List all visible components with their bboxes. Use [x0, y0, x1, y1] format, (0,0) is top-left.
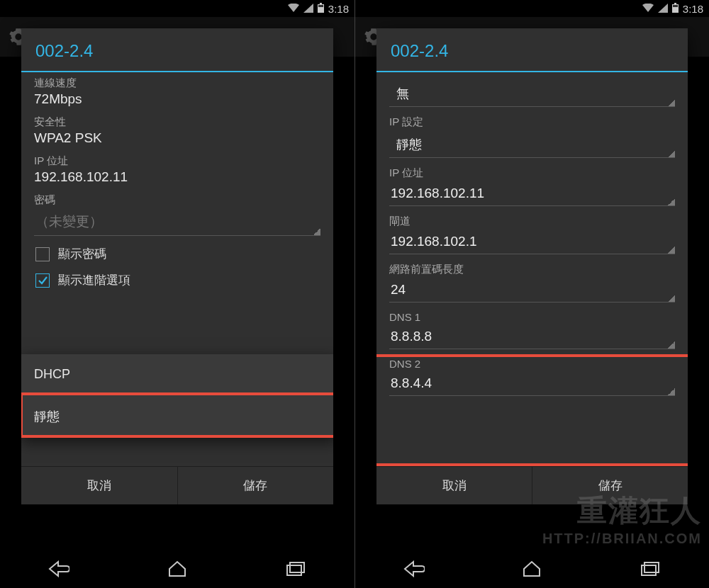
dns1-value: 8.8.8.8 — [391, 329, 432, 344]
highlight-box-dns — [376, 354, 688, 466]
ip-address-label: IP 位址 — [34, 154, 320, 168]
proxy-value: 無 — [396, 86, 409, 101]
ip-address-input[interactable]: 192.168.102.11 — [389, 183, 675, 206]
password-placeholder: （未變更） — [35, 214, 103, 229]
ip-settings-dropdown-popup: DHCP 靜態 — [21, 354, 333, 438]
prefix-length-value: 24 — [391, 282, 406, 297]
prefix-length-input[interactable]: 24 — [389, 279, 675, 303]
wifi-network-dialog: 002-2.4 無 IP 設定 靜態 IP 位址 192.168.102.11 … — [376, 28, 688, 504]
dns1-input[interactable]: 8.8.8.8 — [389, 326, 675, 349]
ip-settings-value: 靜態 — [396, 137, 422, 152]
nav-home-button[interactable] — [149, 555, 206, 583]
password-label: 密碼 — [34, 193, 320, 207]
proxy-dropdown[interactable]: 無 — [389, 81, 675, 107]
battery-icon — [318, 3, 324, 15]
svg-rect-2 — [318, 5, 323, 7]
ip-address-value: 192.168.102.11 — [34, 169, 320, 185]
wifi-icon — [642, 3, 654, 15]
gateway-label: 閘道 — [389, 215, 675, 228]
nav-back-button[interactable] — [30, 555, 87, 583]
nav-back-button[interactable] — [386, 555, 442, 583]
link-speed-label: 連線速度 — [34, 77, 320, 90]
security-value: WPA2 PSK — [34, 130, 320, 146]
status-bar: 3:18 — [355, 0, 709, 17]
dns2-value: 8.8.4.4 — [391, 375, 432, 390]
dropdown-option-dhcp[interactable]: DHCP — [21, 354, 333, 395]
svg-rect-6 — [674, 3, 676, 4]
svg-rect-1 — [320, 3, 322, 4]
nav-recent-button[interactable] — [267, 555, 324, 583]
checkbox-checked-icon — [35, 273, 50, 288]
dns2-input[interactable]: 8.8.4.4 — [389, 373, 675, 396]
prefix-length-label: 網路前置碼長度 — [389, 263, 675, 276]
dialog-button-bar: 取消 儲存 — [376, 466, 688, 504]
save-button[interactable]: 儲存 — [177, 467, 334, 504]
show-advanced-label: 顯示進階選項 — [58, 272, 130, 288]
password-input[interactable]: （未變更） — [34, 210, 320, 236]
phone-screen-left: 3:18 002-2.4 連線速度 72Mbps 安全性 WPA2 PSK IP… — [0, 0, 354, 588]
ip-address-value: 192.168.102.11 — [391, 186, 484, 200]
signal-icon — [303, 3, 313, 15]
show-advanced-checkbox[interactable]: 顯示進階選項 — [34, 269, 320, 295]
ip-settings-label: IP 設定 — [389, 115, 675, 129]
checkbox-icon — [35, 247, 50, 261]
ip-address-label: IP 位址 — [389, 166, 675, 180]
show-password-label: 顯示密碼 — [58, 246, 106, 262]
dialog-title: 002-2.4 — [21, 28, 333, 72]
show-password-checkbox[interactable]: 顯示密碼 — [34, 236, 320, 269]
nav-home-button[interactable] — [503, 555, 560, 583]
dialog-button-bar: 取消 儲存 — [21, 466, 333, 504]
dns2-label: DNS 2 — [389, 358, 675, 370]
link-speed-value: 72Mbps — [34, 91, 320, 107]
cancel-button[interactable]: 取消 — [21, 467, 177, 504]
nav-recent-button[interactable] — [622, 555, 679, 583]
save-button[interactable]: 儲存 — [532, 467, 688, 504]
watermark-line2: HTTP://BRIIAN.COM — [542, 531, 702, 547]
signal-icon — [658, 3, 668, 15]
dialog-body-right: 無 IP 設定 靜態 IP 位址 192.168.102.11 閘道 192.1… — [376, 72, 688, 466]
wifi-icon — [288, 3, 299, 15]
status-time: 3:18 — [683, 3, 703, 15]
nav-bar — [0, 550, 354, 588]
dns1-label: DNS 1 — [389, 311, 675, 323]
cancel-button[interactable]: 取消 — [376, 467, 532, 504]
dialog-body-left: 連線速度 72Mbps 安全性 WPA2 PSK IP 位址 192.168.1… — [21, 72, 333, 466]
dropdown-option-static[interactable]: 靜態 — [21, 395, 333, 438]
phone-screen-right: 3:18 002-2.4 無 IP 設定 靜態 IP 位址 192.168.10… — [354, 0, 709, 588]
battery-icon — [672, 3, 679, 15]
status-time: 3:18 — [328, 3, 349, 15]
gateway-value: 192.168.102.1 — [391, 234, 477, 249]
nav-bar — [355, 550, 709, 588]
svg-rect-7 — [673, 5, 678, 7]
dialog-title: 002-2.4 — [376, 28, 688, 72]
security-label: 安全性 — [34, 115, 320, 129]
status-bar: 3:18 — [0, 0, 354, 17]
ip-settings-dropdown[interactable]: 靜態 — [389, 132, 675, 158]
gateway-input[interactable]: 192.168.102.1 — [389, 231, 675, 254]
wifi-network-dialog: 002-2.4 連線速度 72Mbps 安全性 WPA2 PSK IP 位址 1… — [21, 28, 333, 504]
